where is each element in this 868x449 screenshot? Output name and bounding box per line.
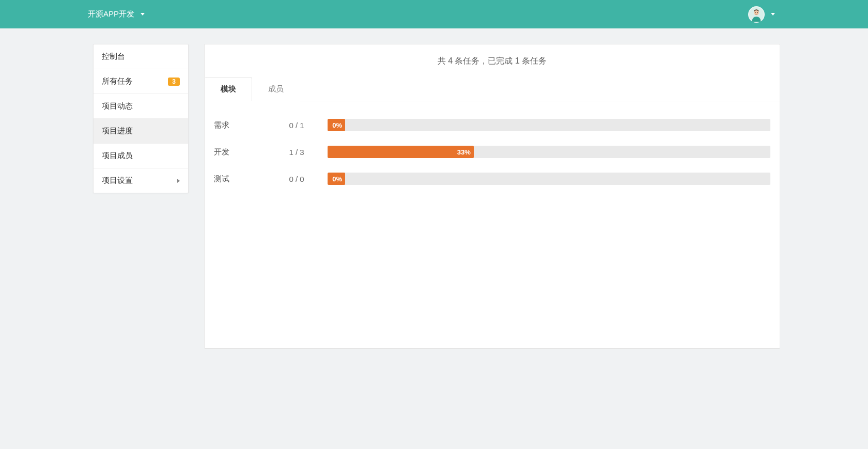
caret-down-icon [771,13,775,16]
task-summary: 共 4 条任务，已完成 1 条任务 [214,44,770,77]
sidebar-item-members[interactable]: 项目成员 [94,144,188,168]
progress-bar: 0% [328,119,770,131]
svg-point-3 [757,12,758,13]
sidebar-item-label: 项目动态 [102,101,133,111]
progress-fill: 0% [328,119,345,131]
progress-row: 需求 0 / 1 0% [214,112,770,138]
progress-percent: 0% [332,175,342,183]
project-selector[interactable]: 开源APP开发 [88,9,145,19]
progress-percent: 33% [457,148,471,156]
progress-count: 0 / 1 [271,121,322,130]
sidebar-item-label: 项目进度 [102,126,133,136]
progress-label: 测试 [214,174,266,184]
progress-percent: 0% [332,121,342,129]
progress-row: 开发 1 / 3 33% [214,138,770,165]
caret-right-icon [177,179,180,183]
sidebar-item-console[interactable]: 控制台 [94,44,188,69]
progress-fill: 33% [328,146,474,158]
main-panel: 共 4 条任务，已完成 1 条任务 模块 成员 需求 0 / 1 0% 开发 [204,44,780,349]
svg-point-2 [755,12,756,13]
progress-list: 需求 0 / 1 0% 开发 1 / 3 33% 测试 [214,101,770,197]
sidebar-item-settings[interactable]: 项目设置 [94,168,188,193]
tab-label: 模块 [221,84,236,93]
sidebar-item-label: 项目成员 [102,151,133,161]
progress-label: 开发 [214,147,266,157]
sidebar-item-label: 控制台 [102,52,125,61]
sidebar-item-progress[interactable]: 项目进度 [94,119,188,144]
tab-member[interactable]: 成员 [252,77,300,101]
sidebar-item-label: 项目设置 [102,176,133,185]
progress-bar: 0% [328,173,770,185]
progress-count: 0 / 0 [271,175,322,183]
progress-count: 1 / 3 [271,148,322,157]
project-name: 开源APP开发 [88,9,134,19]
progress-fill: 0% [328,173,345,185]
tabs: 模块 成员 [205,77,780,101]
progress-row: 测试 0 / 0 0% [214,165,770,192]
user-menu[interactable] [748,6,775,23]
sidebar-item-label: 所有任务 [102,76,133,86]
page-container: 控制台 所有任务 3 项目动态 项目进度 项目成员 项目设置 共 4 条任务，已… [0,28,868,369]
sidebar-item-all-tasks[interactable]: 所有任务 3 [94,69,188,94]
tab-label: 成员 [268,84,284,93]
sidebar-item-activity[interactable]: 项目动态 [94,94,188,119]
caret-down-icon [141,13,145,16]
topbar: 开源APP开发 [0,0,868,28]
sidebar: 控制台 所有任务 3 项目动态 项目进度 项目成员 项目设置 [93,44,189,193]
tab-module[interactable]: 模块 [205,77,252,101]
avatar-icon [749,7,764,22]
task-count-badge: 3 [168,78,180,86]
progress-label: 需求 [214,120,266,130]
avatar [748,6,765,23]
progress-bar: 33% [328,146,770,158]
